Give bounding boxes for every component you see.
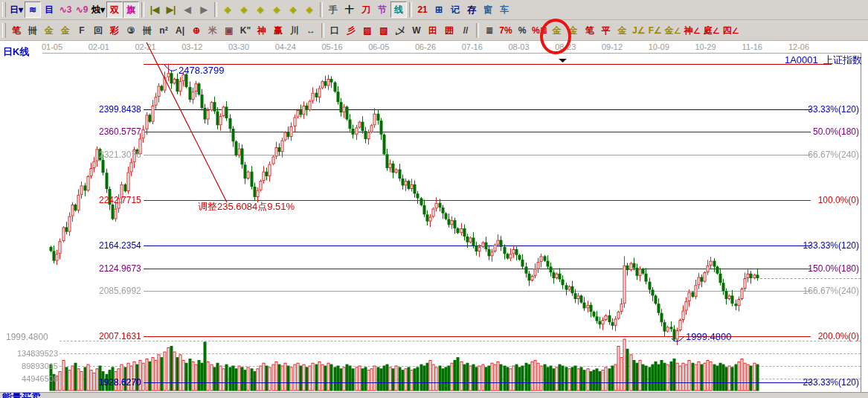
level-percent-label: 166.67%(240) <box>792 286 859 296</box>
low-price-annotation: 1999.4800 <box>686 331 731 342</box>
percent-level-line[interactable] <box>144 382 811 383</box>
level-price-label: 2164.2354 <box>99 240 141 251</box>
level-percent-label: 33.33%(120) <box>792 104 859 115</box>
next-pane-header[interactable]: 能量买卖 <box>0 392 868 398</box>
level-percent-label: 100.0%(0) <box>792 195 859 205</box>
level-price-label: 2321.3076 <box>99 150 141 160</box>
volume-tick-label: 134839523 <box>4 349 58 358</box>
level-price-label: 2242.7715 <box>99 195 141 205</box>
level-price-label: 1928.6270 <box>99 377 141 388</box>
highlight-circle-annotation <box>540 19 571 54</box>
level-price-label: 2007.1631 <box>99 331 141 341</box>
volume-tick-label: 44946508 <box>4 374 58 383</box>
level-percent-label: 66.67%(240) <box>792 150 859 160</box>
level-percent-label: 133.33%(120) <box>792 240 859 251</box>
peak-price-annotation: 2478.3799 <box>179 65 224 76</box>
trading-app-window: 日▾≋目∿3∿9烛▾双旗|◀▶|◀▶◈◈◈◈◈◈手十刀节线21⊞记存窗车 笔卌金… <box>0 0 868 398</box>
retrace-note-annotation: 调整235.6084点9.51% <box>198 200 295 214</box>
symbol-label: 1A0001 上证指数 <box>785 54 862 67</box>
volume-tick-label: 89893015 <box>4 362 58 370</box>
level-price-label: 2399.8438 <box>99 104 141 115</box>
price-axis-min-label: 1999.4800 <box>6 332 48 342</box>
level-percent-label: 150.0%(180) <box>792 263 859 274</box>
level-price-label: 2085.6992 <box>99 286 141 296</box>
level-percent-label: 200.0%(0) <box>792 331 859 341</box>
level-percent-label: 50.0%(180) <box>792 126 859 137</box>
level-percent-label: 233.33%(120) <box>792 377 859 388</box>
kline-type-label: 日K线 <box>3 45 29 59</box>
next-pane-label: 能量买卖 <box>2 392 868 398</box>
level-price-label: 2124.9673 <box>99 263 141 274</box>
level-price-label: 2360.5757 <box>99 126 141 137</box>
